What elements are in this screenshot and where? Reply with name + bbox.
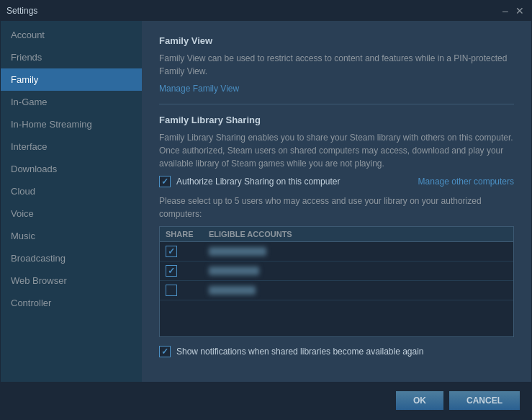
- table-empty-space: [160, 300, 513, 336]
- main-content: Account Friends Family In-Game In-Home S…: [1, 21, 531, 382]
- notify-label: Show notifications when shared libraries…: [176, 347, 424, 357]
- titlebar: Settings – ✕: [1, 1, 531, 21]
- sidebar-item-family[interactable]: Family: [1, 68, 142, 91]
- sidebar-item-cloud[interactable]: Cloud: [1, 180, 142, 202]
- minimize-button[interactable]: –: [500, 5, 511, 17]
- row2-checkbox[interactable]: [166, 265, 177, 277]
- library-sharing-title: Family Library Sharing: [159, 115, 514, 125]
- share-cell-3: [166, 285, 209, 296]
- footer: OK CANCEL: [1, 382, 531, 419]
- sidebar-item-music[interactable]: Music: [1, 225, 142, 247]
- share-column-header: SHARE: [166, 230, 209, 238]
- row3-checkbox[interactable]: [166, 285, 177, 296]
- row1-checkbox[interactable]: [166, 246, 177, 257]
- accounts-column-header: ELIGIBLE ACCOUNTS: [209, 230, 508, 238]
- table-row: [160, 242, 513, 262]
- authorize-checkbox[interactable]: [159, 176, 171, 187]
- family-view-title: Family View: [159, 35, 514, 46]
- titlebar-controls: – ✕: [500, 5, 526, 17]
- sidebar-item-account[interactable]: Account: [1, 24, 142, 46]
- sidebar-item-friends[interactable]: Friends: [1, 46, 142, 68]
- account-name-1: [209, 247, 266, 256]
- cancel-button[interactable]: CANCEL: [449, 391, 520, 410]
- sidebar-item-downloads[interactable]: Downloads: [1, 158, 142, 180]
- account-cell-1: [209, 247, 508, 256]
- sidebar-item-interface[interactable]: Interface: [1, 135, 142, 158]
- authorize-label: Authorize Library Sharing on this comput…: [176, 177, 340, 187]
- account-name-3: [209, 286, 256, 295]
- family-view-desc: Family View can be used to restrict acce…: [159, 52, 514, 78]
- account-name-2: [209, 267, 259, 275]
- table-row: [160, 281, 513, 300]
- sidebar-item-controller[interactable]: Controller: [1, 292, 142, 314]
- account-cell-2: [209, 267, 508, 275]
- sidebar-item-voice[interactable]: Voice: [1, 202, 142, 225]
- notify-checkbox[interactable]: [159, 346, 171, 357]
- sidebar-item-in-home-streaming[interactable]: In-Home Streaming: [1, 113, 142, 135]
- sidebar: Account Friends Family In-Game In-Home S…: [1, 21, 142, 382]
- manage-family-view-link[interactable]: Manage Family View: [159, 84, 239, 94]
- library-sharing-section: Family Library Sharing Family Library Sh…: [159, 115, 514, 357]
- accounts-table: SHARE ELIGIBLE ACCOUNTS: [159, 226, 514, 337]
- account-cell-3: [209, 286, 508, 295]
- sidebar-item-web-browser[interactable]: Web Browser: [1, 269, 142, 292]
- table-header: SHARE ELIGIBLE ACCOUNTS: [160, 227, 513, 242]
- window-title: Settings: [6, 6, 500, 16]
- authorize-row: Authorize Library Sharing on this comput…: [159, 176, 514, 187]
- eligible-accounts-desc: Please select up to 5 users who may acce…: [159, 195, 514, 220]
- family-view-section: Family View Family View can be used to r…: [159, 35, 514, 94]
- notify-row: Show notifications when shared libraries…: [159, 346, 514, 357]
- authorize-left: Authorize Library Sharing on this comput…: [159, 176, 340, 187]
- library-sharing-desc: Family Library Sharing enables you to sh…: [159, 131, 514, 170]
- share-cell-2: [166, 265, 209, 277]
- table-row: [160, 262, 513, 281]
- sidebar-item-in-game[interactable]: In-Game: [1, 91, 142, 113]
- main-panel: Family View Family View can be used to r…: [142, 21, 531, 382]
- ok-button[interactable]: OK: [396, 391, 443, 410]
- sidebar-item-broadcasting[interactable]: Broadcasting: [1, 247, 142, 269]
- manage-other-computers-link[interactable]: Manage other computers: [418, 177, 514, 187]
- section-divider: [159, 104, 514, 104]
- share-cell-1: [166, 246, 209, 257]
- close-button[interactable]: ✕: [514, 5, 526, 17]
- settings-window: Settings – ✕ Account Friends Family In-G…: [0, 0, 532, 420]
